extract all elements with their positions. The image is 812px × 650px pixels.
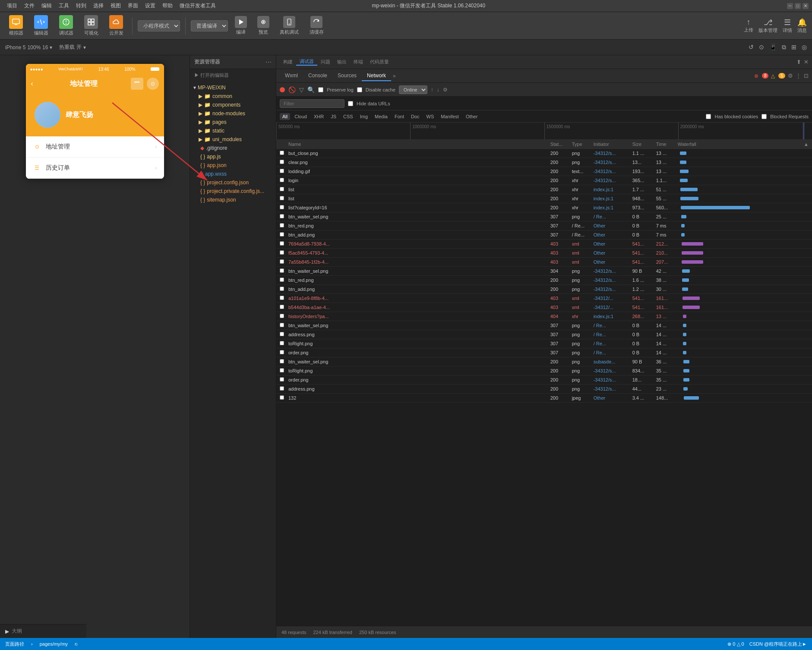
header-status[interactable]: Stat... [550, 142, 572, 147]
table-row[interactable]: list?categoryId=16200xhrindex.js:1973...… [276, 203, 812, 212]
row-checkbox[interactable] [280, 205, 284, 209]
row-checkbox[interactable] [280, 368, 284, 372]
minimize-button[interactable]: ─ [787, 3, 793, 9]
row-checkbox[interactable] [280, 350, 284, 354]
blocked-requests-checkbox[interactable]: Blocked Requests [761, 114, 809, 119]
tree-item-sitemap[interactable]: { } sitemap.json [190, 196, 276, 204]
header-type[interactable]: Type [572, 142, 594, 147]
tree-item-node-modules[interactable]: ▶ 📁 node-modules [190, 109, 276, 118]
breadcrumb-value[interactable]: pages/my/my [40, 641, 68, 647]
type-font-button[interactable]: Font [392, 113, 407, 120]
table-row[interactable]: order.png200png-34312/s...18...35 ... [276, 375, 812, 385]
settings-icon[interactable]: ⚙ [788, 73, 793, 79]
search-button[interactable]: 🔍 [307, 86, 315, 93]
record-button[interactable] [280, 87, 285, 92]
row-checkbox[interactable] [280, 187, 284, 191]
table-row[interactable]: 132200jpegOther3.4 ...148... [276, 394, 812, 403]
tree-item-uni-modules[interactable]: ▶ 📁 uni_modules [190, 135, 276, 144]
type-media-button[interactable]: Media [372, 113, 390, 120]
cloud-button[interactable]: 云开发 [105, 13, 127, 38]
preserve-log-checkbox[interactable]: Preserve log [318, 87, 354, 92]
row-checkbox[interactable] [280, 341, 284, 345]
mode-select[interactable]: 小程序模式 [138, 20, 180, 32]
menu-item-goto[interactable]: 转到 [73, 2, 90, 9]
table-row[interactable]: 7694a5d8-7938-4...403xmlOther541...212..… [276, 240, 812, 249]
table-row[interactable]: btn_waiter_sel.png307png/ Re...0 B25 ... [276, 212, 812, 221]
table-row[interactable]: toRight.png307png/ Re...0 B14 ... [276, 339, 812, 348]
row-checkbox[interactable] [280, 305, 284, 309]
menu-item-project[interactable]: 项目 [3, 2, 21, 9]
tree-item-appjson[interactable]: { } app.json [190, 161, 276, 170]
row-checkbox[interactable] [280, 151, 284, 155]
hot-reload-toggle[interactable]: 热重载 开 ▾ [59, 44, 85, 51]
table-row[interactable]: address.png200png-34312/s...44...23 ... [276, 385, 812, 394]
table-row[interactable]: btn_waiter_sel.png200pngsubasde...90 B36… [276, 357, 812, 366]
header-waterfall[interactable]: Waterfall ▲ [678, 142, 809, 147]
row-checkbox[interactable] [280, 278, 284, 282]
disable-cache-input[interactable] [357, 87, 362, 92]
type-js-button[interactable]: JS [328, 113, 339, 120]
tree-item-appwxss[interactable]: ≡ app.wxss [190, 170, 276, 178]
header-time[interactable]: Time [656, 142, 678, 147]
table-row[interactable]: 7a55b845-1f2b-4...403xmlOther541...207..… [276, 258, 812, 267]
row-checkbox[interactable] [280, 214, 284, 218]
console-tab[interactable]: Console [303, 71, 332, 81]
tree-item-project-private[interactable]: { } project.private.config.js... [190, 187, 276, 196]
table-row[interactable]: list200xhrindex.js:1948...55 ... [276, 194, 812, 203]
filter-button[interactable]: ▽ [299, 86, 304, 93]
throttling-select[interactable]: Online [399, 85, 427, 94]
row-checkbox[interactable] [280, 296, 284, 300]
row-checkbox[interactable] [280, 332, 284, 336]
download-icon-network[interactable]: ↓ [437, 87, 439, 93]
type-all-button[interactable]: All [280, 113, 290, 120]
mobile-icon[interactable]: 📱 [769, 44, 777, 51]
table-row[interactable]: btn_red.png200png-34312/s...1.6 ...38 ..… [276, 276, 812, 285]
menu-item-tools[interactable]: 工具 [55, 2, 73, 9]
compile-select[interactable]: 普通编译 [191, 20, 228, 32]
code-quality-tab[interactable]: 代码质量 [367, 59, 392, 65]
table-row[interactable]: lodding.gif200text...-34312/s...193...13… [276, 167, 812, 176]
grid-icon[interactable]: ⊞ [791, 44, 796, 51]
table-row[interactable]: btn_add.png200png-34312/s...1.2 ...30 ..… [276, 285, 812, 294]
row-checkbox[interactable] [280, 259, 284, 264]
row-checkbox[interactable] [280, 359, 284, 363]
table-row[interactable]: f5ac8455-4793-4...403xmlOther541...210..… [276, 249, 812, 258]
row-checkbox[interactable] [280, 196, 284, 200]
refresh-icon[interactable]: ↺ [749, 44, 754, 51]
sources-tab[interactable]: Sources [332, 71, 362, 81]
camera-button[interactable]: ⊙ [147, 78, 159, 90]
address-menu-item[interactable]: ⊙ 地址管理 › [26, 136, 164, 158]
row-checkbox[interactable] [280, 323, 284, 327]
tree-item-project-config[interactable]: { } project.config.json [190, 178, 276, 187]
blocked-req-input[interactable] [761, 114, 767, 119]
simulator-button[interactable]: 模拟器 [5, 13, 27, 38]
problems-tab[interactable]: 问题 [317, 59, 334, 65]
type-ws-button[interactable]: WS [424, 113, 437, 120]
output-tab[interactable]: 输出 [334, 59, 350, 65]
menu-item-help[interactable]: 帮助 [159, 2, 176, 9]
disable-cache-checkbox[interactable]: Disable cache [357, 87, 395, 92]
debugger-tab[interactable]: 调试器 [296, 58, 317, 66]
row-checkbox[interactable] [280, 287, 284, 291]
row-checkbox[interactable] [280, 178, 284, 182]
dock-icon[interactable]: ⊡ [804, 73, 809, 79]
editor-button[interactable]: 编辑器 [30, 13, 52, 38]
menu-item-interface[interactable]: 界面 [124, 2, 142, 9]
preview-button[interactable]: 预览 [254, 14, 273, 37]
history-orders-menu-item[interactable]: ☰ 历史订单 › [26, 158, 164, 179]
tree-item-gitignore[interactable]: ◆ .gitignore [190, 144, 276, 152]
device-selector[interactable]: iPhone 5 100% 16 ▾ [5, 44, 52, 50]
upload-button[interactable]: ↑ 上传 [744, 18, 753, 34]
menu-item-settings[interactable]: 设置 [142, 2, 159, 9]
row-checkbox[interactable] [280, 377, 284, 382]
row-checkbox[interactable] [280, 250, 284, 255]
table-row[interactable]: login200xhr-34312/s...365...1.1... [276, 176, 812, 185]
tabs-more-icon[interactable]: » [393, 73, 396, 79]
menu-item-wechat[interactable]: 微信开发者工具 [176, 2, 219, 9]
real-device-button[interactable]: 真机调试 [276, 14, 302, 37]
details-button[interactable]: ☰ 详情 [783, 18, 792, 34]
hide-data-urls-checkbox[interactable]: Hide data URLs [348, 101, 390, 106]
type-xhr-button[interactable]: XHR [311, 113, 326, 120]
copy-icon[interactable]: ⧉ [782, 44, 786, 51]
table-row[interactable]: but_close.png200png-34312/s...1.1 ...13 … [276, 149, 812, 158]
